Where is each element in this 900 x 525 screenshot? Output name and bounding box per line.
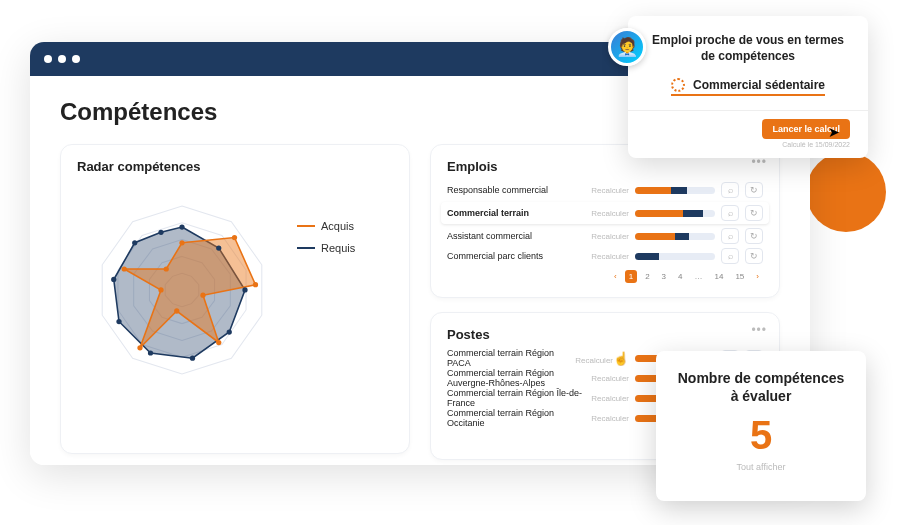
svg-point-25 xyxy=(122,266,127,271)
cursor-icon: ➤ xyxy=(828,124,840,140)
popup-bot-value: 5 xyxy=(674,413,848,458)
radar-card: Radar compétences xyxy=(60,144,410,454)
list-row[interactable]: Commercial terrainRecalculer⌕↻ xyxy=(441,202,769,224)
svg-point-19 xyxy=(253,282,258,287)
svg-point-18 xyxy=(232,235,237,240)
pager-page[interactable]: 3 xyxy=(658,270,670,283)
window-dot xyxy=(58,55,66,63)
svg-point-26 xyxy=(164,266,169,271)
pager-page[interactable]: 14 xyxy=(711,270,728,283)
recalc-button[interactable]: Recalculer xyxy=(591,186,629,195)
recalc-button[interactable]: Recalculer xyxy=(591,374,629,383)
emplois-pager[interactable]: ‹1234…1415› xyxy=(447,270,763,283)
search-icon[interactable]: ⌕ xyxy=(721,248,739,264)
emplois-card: Emplois ••• Responsable commercialRecalc… xyxy=(430,144,780,298)
search-icon[interactable]: ⌕ xyxy=(721,228,739,244)
svg-point-13 xyxy=(116,319,121,324)
pager-prev[interactable]: ‹ xyxy=(610,270,621,283)
legend-requis: Requis xyxy=(321,242,355,254)
popup-top-link[interactable]: Commercial sédentaire xyxy=(671,78,825,96)
recalc-button[interactable]: Recalculer xyxy=(591,232,629,241)
spinner-icon xyxy=(671,78,685,92)
pager-page[interactable]: … xyxy=(691,270,707,283)
refresh-icon[interactable]: ↻ xyxy=(745,248,763,264)
window-dot xyxy=(44,55,52,63)
row-label: Commercial parc clients xyxy=(447,251,585,261)
legend-swatch-orange xyxy=(297,225,315,227)
popup-top-heading: Emploi proche de vous en termes de compé… xyxy=(646,32,850,64)
popup-emploi-proche: Emploi proche de vous en termes de compé… xyxy=(628,16,868,158)
svg-point-20 xyxy=(200,293,205,298)
radar-title: Radar compétences xyxy=(77,159,393,174)
list-row[interactable]: Assistant commercialRecalculer⌕↻ xyxy=(447,226,763,246)
legend-swatch-navy xyxy=(297,247,315,249)
emplois-title: Emplois xyxy=(447,159,763,174)
row-label: Assistant commercial xyxy=(447,231,585,241)
svg-point-15 xyxy=(132,240,137,245)
row-label: Commercial terrain Région Auvergne-Rhône… xyxy=(447,368,585,388)
cursor-hand-icon: ☝ xyxy=(613,351,629,366)
decorative-circle xyxy=(806,152,886,232)
popup-competences-count: Nombre de compétences à évaluer 5 Tout a… xyxy=(656,351,866,501)
svg-point-24 xyxy=(158,287,163,292)
row-label: Commercial terrain Région Occitanie xyxy=(447,408,585,428)
svg-point-14 xyxy=(111,277,116,282)
pager-next[interactable]: › xyxy=(752,270,763,283)
progress-bar xyxy=(635,233,715,240)
more-icon[interactable]: ••• xyxy=(751,323,767,337)
recalc-button[interactable]: Recalculer☝ xyxy=(575,351,629,366)
search-icon[interactable]: ⌕ xyxy=(721,205,739,221)
pager-page[interactable]: 2 xyxy=(641,270,653,283)
svg-point-8 xyxy=(216,245,221,250)
pager-page[interactable]: 1 xyxy=(625,270,637,283)
pager-page[interactable]: 4 xyxy=(674,270,686,283)
popup-bot-heading: Nombre de compétences à évaluer xyxy=(674,369,848,405)
popup-top-meta: Calculé le 15/09/2022 xyxy=(782,141,850,148)
recalc-button[interactable]: Recalculer xyxy=(591,394,629,403)
progress-bar xyxy=(635,210,715,217)
svg-point-12 xyxy=(148,350,153,355)
svg-point-21 xyxy=(216,340,221,345)
progress-bar xyxy=(635,187,715,194)
recalc-button[interactable]: Recalculer xyxy=(591,209,629,218)
postes-title: Postes xyxy=(447,327,763,342)
recalc-button[interactable]: Recalculer xyxy=(591,414,629,423)
svg-point-10 xyxy=(227,329,232,334)
radar-chart xyxy=(77,180,287,400)
radar-legend: Acquis Requis xyxy=(297,220,355,400)
svg-point-9 xyxy=(242,287,247,292)
svg-point-16 xyxy=(158,230,163,235)
avatar[interactable]: 🧑‍💼 xyxy=(608,28,646,66)
row-label: Commercial terrain xyxy=(447,208,585,218)
recalc-button[interactable]: Recalculer xyxy=(591,252,629,261)
svg-point-7 xyxy=(179,224,184,229)
svg-point-17 xyxy=(179,240,184,245)
progress-bar xyxy=(635,253,715,260)
row-label: Commercial terrain Région Île-de-France xyxy=(447,388,585,408)
row-label: Commercial terrain Région PACA xyxy=(447,348,569,368)
legend-acquis: Acquis xyxy=(321,220,354,232)
window-dot xyxy=(72,55,80,63)
list-row[interactable]: Responsable commercialRecalculer⌕↻ xyxy=(447,180,763,200)
refresh-icon[interactable]: ↻ xyxy=(745,182,763,198)
popup-bot-all[interactable]: Tout afficher xyxy=(674,462,848,472)
refresh-icon[interactable]: ↻ xyxy=(745,205,763,221)
pager-page[interactable]: 15 xyxy=(731,270,748,283)
svg-point-22 xyxy=(174,308,179,313)
refresh-icon[interactable]: ↻ xyxy=(745,228,763,244)
svg-point-23 xyxy=(137,345,142,350)
svg-point-11 xyxy=(190,356,195,361)
search-icon[interactable]: ⌕ xyxy=(721,182,739,198)
list-row[interactable]: Commercial parc clientsRecalculer⌕↻ xyxy=(447,246,763,266)
row-label: Responsable commercial xyxy=(447,185,585,195)
